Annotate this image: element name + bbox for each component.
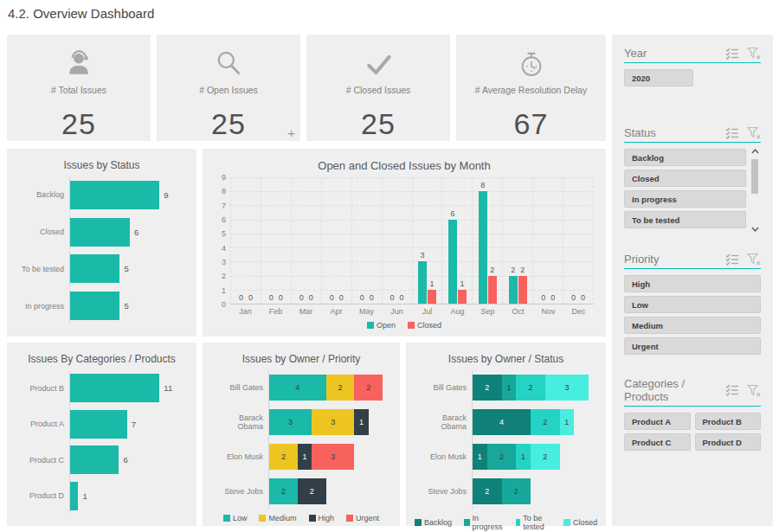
stack-segment: 1: [502, 375, 517, 401]
chart-title: Issues by Status: [16, 159, 188, 171]
value-label: 5: [124, 301, 128, 311]
month-group: 8 2: [472, 177, 502, 304]
slicer-scrollbar[interactable]: [746, 149, 761, 232]
multi-select-icon[interactable]: [725, 127, 739, 139]
scroll-down-icon[interactable]: [751, 227, 759, 232]
bar-row: Closed 6: [16, 215, 188, 249]
stack-segment: 2: [473, 478, 502, 504]
stack-segment: 3: [269, 409, 312, 435]
bar: [70, 374, 159, 402]
data-label: 0: [550, 294, 555, 302]
slicer-item-urgent[interactable]: Urgent: [624, 337, 761, 355]
clear-filter-icon[interactable]: [747, 253, 761, 266]
legend-item: To be tested: [516, 514, 551, 531]
kpi-label: # Total Issues: [51, 85, 106, 95]
month-group: 0 0: [291, 177, 321, 304]
category-label: Product A: [16, 420, 69, 428]
kpi-value: 67: [514, 107, 549, 141]
slicer-title: Year: [624, 47, 647, 60]
legend-swatch: [408, 322, 415, 329]
stack-segment: 2: [531, 444, 560, 470]
multi-select-icon[interactable]: [725, 48, 739, 60]
data-label: 6: [450, 210, 454, 218]
month-group: 6 1: [441, 177, 472, 304]
bar: [70, 181, 159, 209]
x-tick-label: May: [351, 307, 382, 316]
x-tick-label: Jan: [230, 307, 261, 316]
x-axis: JanFebMarAprMayJunJulAugSepOctNovDec: [215, 307, 594, 316]
bar: [70, 218, 130, 247]
bar-row: To be tested 5: [16, 252, 188, 286]
legend-item: High: [309, 514, 335, 522]
slicer-item-backlog[interactable]: Backlog: [624, 149, 746, 166]
y-tick-label: 6: [222, 215, 226, 224]
bar-row: Product C 6: [16, 443, 188, 478]
category-label: Barack Obama: [211, 413, 268, 431]
multi-select-icon[interactable]: [725, 384, 739, 396]
page-title: 4.2. Overview Dashboard: [8, 6, 154, 21]
column-bar: [479, 191, 487, 304]
bar: [70, 254, 119, 283]
multi-select-icon[interactable]: [725, 253, 739, 266]
slicer-item-product-a[interactable]: Product A: [624, 413, 691, 430]
slicer-item-to-be-tested[interactable]: To be tested: [624, 211, 746, 228]
month-group: 0 0: [261, 177, 291, 304]
slicer-item-high[interactable]: High: [624, 275, 761, 292]
stack-segment: 1: [473, 444, 487, 470]
x-tick-label: Apr: [321, 307, 351, 316]
x-tick-label: Mar: [291, 307, 321, 316]
legend-swatch: [464, 519, 469, 526]
category-label: Elon Musk: [211, 452, 268, 461]
slicer-title: Priority: [624, 253, 659, 266]
chart-legend: Backlog In progress To be tested Closed: [415, 514, 597, 531]
chart-open-closed-by-month: Open and Closed Issues by Month 01234567…: [203, 149, 606, 337]
stack-segment: 1: [298, 444, 312, 470]
clear-filter-icon[interactable]: [747, 47, 761, 60]
data-label: 3: [420, 252, 424, 260]
slicer-item-2020[interactable]: 2020: [624, 69, 693, 87]
chart-legend: Open Closed: [211, 321, 597, 330]
kpi-card-total-issues: # Total Issues 25: [7, 35, 151, 141]
x-tick-label: Feb: [261, 307, 291, 316]
slicer-item-in-progress[interactable]: In progress: [624, 190, 746, 208]
data-label: 0: [400, 294, 404, 302]
clear-filter-icon[interactable]: [747, 384, 761, 397]
chart-owner-priority: Issues by Owner / Priority Bill Gates 42…: [203, 343, 400, 526]
category-label: Elon Musk: [415, 452, 472, 461]
y-tick-label: 1: [222, 286, 226, 295]
y-tick-label: 2: [222, 272, 226, 280]
scrollbar-thumb[interactable]: [751, 159, 758, 194]
stack-segment: 2: [516, 375, 545, 401]
data-label: 0: [581, 294, 585, 302]
bar-row: Backlog 9: [16, 177, 188, 212]
category-label: Bill Gates: [211, 383, 268, 392]
data-label: 0: [330, 294, 334, 302]
stack-segment: 2: [487, 444, 517, 470]
scroll-up-icon[interactable]: [751, 149, 759, 154]
slicer-item-low[interactable]: Low: [624, 296, 761, 313]
bar-row: Steve Jobs 22: [415, 474, 597, 509]
data-label: 8: [480, 182, 485, 189]
slicer-item-medium[interactable]: Medium: [624, 317, 761, 334]
slicer-accent-line: [624, 62, 761, 63]
clear-filter-icon[interactable]: [747, 126, 761, 139]
plus-icon[interactable]: +: [287, 126, 295, 139]
slicer-item-product-c[interactable]: Product C: [624, 433, 691, 451]
column-bar: [488, 276, 497, 304]
x-tick-label: Aug: [442, 307, 473, 316]
x-tick-label: Nov: [533, 307, 563, 316]
value-label: 6: [134, 228, 138, 237]
kpi-label: # Average Resolution Delay: [475, 85, 587, 95]
data-label: 0: [541, 294, 545, 302]
stack-segment: 1: [354, 409, 368, 435]
stack-segment: 4: [473, 409, 531, 435]
chart-issues-by-status: Issues by Status Backlog 9 Closed 6 To b…: [7, 149, 196, 337]
stack-segment: 3: [545, 375, 589, 401]
month-group: 0 0: [230, 177, 261, 304]
value-label: 11: [164, 383, 172, 393]
legend-swatch: [259, 515, 266, 522]
slicer-item-closed[interactable]: Closed: [624, 170, 746, 187]
slicer-item-product-d[interactable]: Product D: [695, 433, 762, 451]
category-label: Product D: [16, 491, 69, 500]
slicer-item-product-b[interactable]: Product B: [695, 413, 762, 430]
